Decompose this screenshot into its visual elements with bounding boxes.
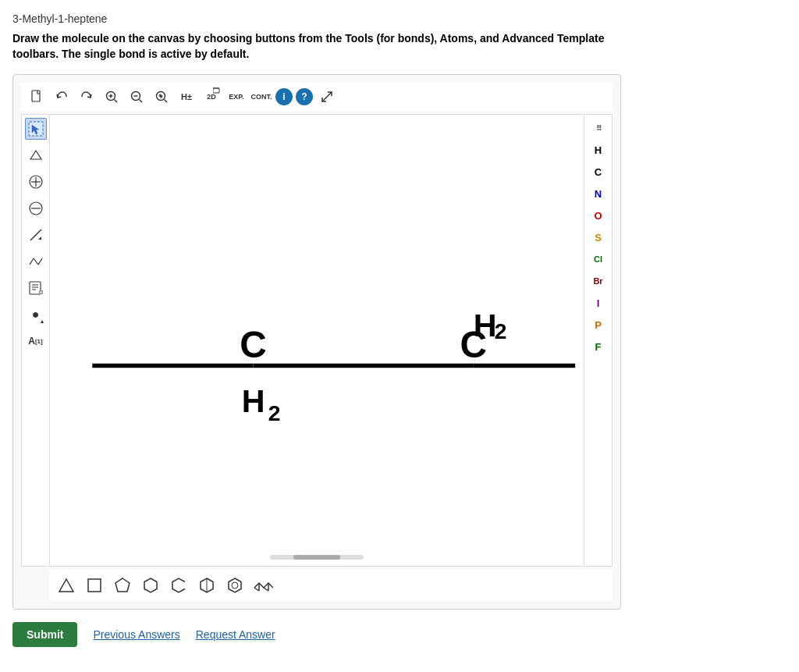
svg-rect-0: [32, 91, 40, 101]
svg-line-56: [264, 588, 268, 591]
svg-text:C: C: [240, 324, 267, 365]
atom-H-button[interactable]: H: [587, 140, 610, 160]
toolbar-bottom: [49, 570, 613, 601]
pentagon-shape-button[interactable]: [112, 574, 133, 596]
svg-marker-45: [59, 579, 73, 592]
atom-I-button[interactable]: I: [587, 293, 610, 313]
canvas-row: ● ▲ A[1] C H 2: [21, 114, 613, 567]
molecule-editor: H± 2D EXP. CONT. i ?: [12, 74, 621, 610]
svg-marker-51: [229, 578, 241, 592]
atom-C-button[interactable]: C: [587, 162, 610, 182]
atom-P-button[interactable]: P: [587, 315, 610, 335]
svg-line-4: [115, 100, 118, 103]
hexagon-partial-shape-button[interactable]: [168, 574, 190, 596]
svg-rect-13: [213, 88, 219, 93]
instructions-text: Draw the molecule on the canvas by choos…: [12, 31, 621, 62]
atom-Cl-button[interactable]: Cl: [587, 249, 610, 269]
svg-text:2: 2: [495, 318, 507, 343]
toolbar-top: H± 2D EXP. CONT. i ?: [21, 83, 613, 111]
svg-point-52: [232, 582, 238, 588]
exp-button[interactable]: EXP.: [225, 86, 247, 108]
charge-button[interactable]: ● ▲: [25, 304, 47, 325]
svg-line-11: [165, 100, 168, 103]
atom-F-button[interactable]: F: [587, 336, 610, 357]
redo-button[interactable]: [76, 86, 98, 108]
svg-text:H: H: [242, 383, 265, 419]
help-button[interactable]: ?: [296, 88, 313, 105]
erase-tool-button[interactable]: [25, 144, 47, 166]
select-tool-button[interactable]: [25, 118, 47, 140]
zoom-reset-button[interactable]: [151, 86, 172, 108]
atom-S-button[interactable]: S: [587, 227, 610, 247]
chair-shape-button[interactable]: [252, 574, 274, 596]
new-button[interactable]: [26, 86, 48, 108]
triangle-shape-button[interactable]: [55, 574, 77, 596]
scrollbar-thumb[interactable]: [293, 555, 340, 560]
undo-button[interactable]: [51, 86, 73, 108]
svg-text:H: H: [474, 308, 497, 343]
svg-rect-29: [30, 282, 41, 294]
chain-tool-button[interactable]: [25, 251, 47, 272]
svg-marker-47: [115, 578, 130, 592]
svg-marker-25: [38, 236, 41, 240]
atom-Br-button[interactable]: Br: [587, 271, 610, 291]
svg-line-55: [254, 588, 259, 591]
text-button[interactable]: A[1]: [25, 330, 47, 352]
atoms-panel: ⠿ H C N O S Cl Br I P F: [584, 114, 613, 567]
remove-atom-button[interactable]: [25, 197, 47, 219]
svg-line-27: [34, 258, 38, 265]
svg-line-7: [140, 100, 143, 103]
square-shape-button[interactable]: [83, 574, 105, 596]
svg-line-15: [327, 92, 332, 97]
info-button[interactable]: i: [275, 88, 293, 105]
toolbar-left: ● ▲ A[1]: [21, 114, 49, 567]
clean-2d-button[interactable]: 2D: [201, 86, 222, 108]
atom-N-button[interactable]: N: [587, 183, 610, 204]
atom-O-button[interactable]: O: [587, 205, 610, 226]
h-toggle-button[interactable]: H±: [176, 86, 197, 108]
benzene-shape-button[interactable]: [224, 574, 246, 596]
molecule-drawing: C H 2 C H 2: [50, 115, 584, 566]
request-answer-button[interactable]: Request Answer: [196, 628, 275, 641]
fullscreen-button[interactable]: [316, 86, 338, 108]
svg-rect-46: [88, 579, 101, 592]
svg-marker-18: [30, 151, 41, 159]
zoom-in-button[interactable]: [101, 86, 123, 108]
bond-single-button[interactable]: [25, 224, 47, 246]
hexagon-full-shape-button[interactable]: [196, 574, 218, 596]
molecule-canvas-area[interactable]: C H 2 C H 2: [49, 114, 584, 567]
hexagon-open-shape-button[interactable]: [140, 574, 162, 596]
svg-line-28: [38, 258, 42, 265]
template-button[interactable]: [25, 277, 47, 299]
cont-button[interactable]: CONT.: [250, 86, 272, 108]
compound-name: 3-Methyl-1-heptene: [12, 12, 787, 25]
svg-line-26: [30, 258, 34, 265]
zoom-out-button[interactable]: [126, 86, 147, 108]
submit-button[interactable]: Submit: [12, 622, 77, 647]
svg-text:2: 2: [268, 400, 281, 425]
svg-line-16: [322, 97, 327, 101]
footer: Submit Previous Answers Request Answer: [12, 622, 787, 647]
atom-dots-button[interactable]: ⠿: [587, 118, 610, 138]
add-atom-button[interactable]: [25, 171, 47, 193]
svg-marker-48: [144, 578, 157, 592]
canvas-scrollbar[interactable]: [270, 555, 364, 560]
previous-answers-button[interactable]: Previous Answers: [93, 628, 179, 641]
